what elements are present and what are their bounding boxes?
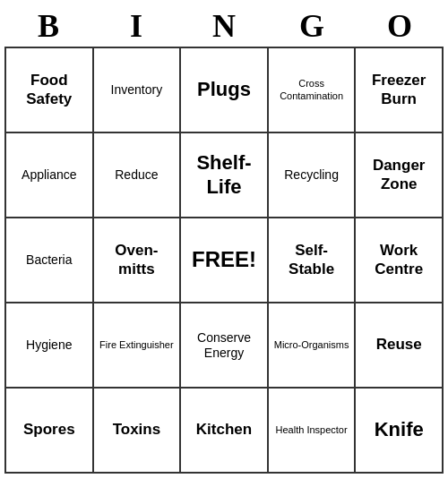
bingo-cell[interactable]: Spores [6,389,94,474]
cell-text: Reuse [376,336,422,354]
bingo-cell[interactable]: Cross Contamination [269,48,357,133]
bingo-cell[interactable]: Micro-Organisms [269,303,357,389]
header-letter: O [356,7,444,45]
bingo-cell[interactable]: Shelf-Life [181,133,269,218]
cell-text: Micro-Organisms [274,339,349,351]
bingo-cell[interactable]: Food Safety [6,48,94,133]
header-letter: N [180,7,268,45]
cell-text: Toxins [113,421,161,439]
bingo-header: BINGO [4,7,444,45]
cell-text: Food Safety [10,72,89,108]
cell-text: Danger Zone [359,157,438,193]
bingo-cell[interactable]: Fire Extinguisher [94,303,182,389]
bingo-cell[interactable]: Knife [356,389,444,474]
bingo-cell[interactable]: Danger Zone [356,133,444,218]
bingo-cell[interactable]: Reduce [94,133,182,218]
bingo-cell[interactable]: Inventory [94,48,182,133]
bingo-cell[interactable]: Plugs [181,48,269,133]
cell-text: Reduce [115,167,158,183]
bingo-cell[interactable]: Toxins [94,389,182,474]
cell-text: Appliance [22,167,77,183]
header-letter: B [4,7,92,45]
bingo-card: BINGO Food SafetyInventoryPlugsCross Con… [4,7,444,474]
cell-text: Bacteria [26,252,72,268]
cell-text: Oven-mitts [98,242,177,278]
cell-text: Hygiene [26,337,72,353]
cell-text: Plugs [197,78,251,101]
cell-text: Recycling [284,167,339,183]
cell-text: Shelf-Life [185,151,263,199]
bingo-grid: Food SafetyInventoryPlugsCross Contamina… [4,47,444,474]
bingo-cell[interactable]: Hygiene [6,303,94,389]
bingo-cell[interactable]: Health Inspector [269,389,357,474]
bingo-cell[interactable]: Bacteria [6,218,94,303]
cell-text: Work Centre [359,242,438,278]
bingo-cell[interactable]: FREE! [181,218,269,303]
bingo-cell[interactable]: Kitchen [181,389,269,474]
bingo-cell[interactable]: Oven-mitts [94,218,182,303]
cell-text: Inventory [111,82,163,98]
cell-text: Knife [375,418,424,441]
cell-text: Freezer Burn [359,72,438,108]
bingo-cell[interactable]: Self-Stable [269,218,357,303]
cell-text: Fire Extinguisher [99,339,174,351]
bingo-cell[interactable]: Conserve Energy [181,303,269,389]
bingo-cell[interactable]: Work Centre [356,218,444,303]
cell-text: Self-Stable [272,242,351,278]
cell-text: Health Inspector [276,424,348,436]
header-letter: G [268,7,356,45]
cell-text: Spores [23,421,75,439]
cell-text: FREE! [192,247,256,273]
cell-text: Conserve Energy [185,330,263,361]
bingo-cell[interactable]: Appliance [6,133,94,218]
bingo-cell[interactable]: Recycling [269,133,357,218]
cell-text: Kitchen [196,421,252,439]
header-letter: I [92,7,180,45]
bingo-cell[interactable]: Freezer Burn [356,48,444,133]
cell-text: Cross Contamination [272,78,351,101]
bingo-cell[interactable]: Reuse [356,303,444,389]
